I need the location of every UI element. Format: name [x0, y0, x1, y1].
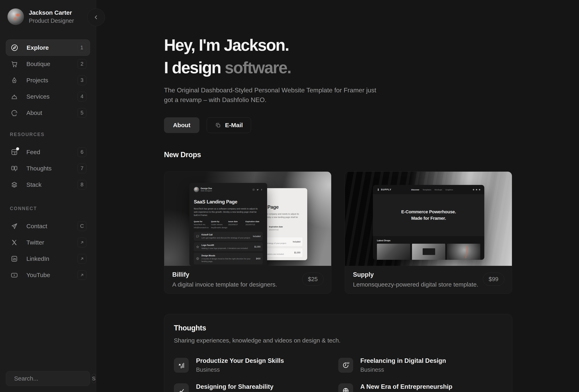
- hero-title-accent: software.: [225, 58, 291, 77]
- about-button[interactable]: About: [164, 117, 200, 133]
- sidebar: Jackson Carter Product Designer Explore …: [0, 0, 96, 392]
- product-description: Lemonsqueezy-powered digital store templ…: [353, 281, 504, 288]
- linkedin-icon: [10, 255, 18, 263]
- avatar: [7, 8, 24, 25]
- x-icon: [10, 238, 18, 246]
- connect-section-label: CONNECT: [10, 206, 37, 211]
- shortcut-badge: 5: [77, 108, 86, 118]
- sidebar-item-thoughts[interactable]: Thoughts 7: [6, 160, 90, 176]
- billify-preview-image: George Doe Web Designer SaaS Landing Pag…: [164, 172, 331, 266]
- thought-title: Productize Your Design Skills: [196, 357, 284, 364]
- twitter-icon: [256, 189, 259, 191]
- sidebar-item-contact[interactable]: Contact C: [6, 218, 90, 234]
- thoughts-list: Productize Your Design Skills Business 1…: [174, 357, 503, 392]
- external-link-badge: [77, 254, 86, 264]
- shortcut-badge: 4: [77, 92, 86, 101]
- search-input[interactable]: [14, 375, 92, 382]
- star-icon: [196, 245, 199, 249]
- sidebar-item-label: About: [26, 110, 77, 116]
- supply-thumbnails: [373, 244, 484, 260]
- profile-role: Product Designer: [29, 17, 74, 24]
- thought-item[interactable]: Productize Your Design Skills Business: [174, 357, 338, 373]
- cart-icon: [10, 60, 18, 68]
- sidebar-item-youtube[interactable]: YouTube: [6, 267, 90, 283]
- supply-hero: E-Commerce Powerhouse. Made for Framer.: [373, 194, 484, 236]
- svg-text:12: 12: [347, 362, 349, 364]
- search-shortcut-badge: S: [92, 374, 96, 383]
- thought-item[interactable]: 12 Freelancing in Digital Design Busines…: [338, 357, 503, 373]
- sidebar-item-about[interactable]: About 5: [6, 105, 90, 121]
- billify-invoice-dark-mockup: George Doe Web Designer SaaS Landing Pag…: [189, 183, 267, 266]
- thought-category: Business: [196, 366, 284, 373]
- compass-icon: [10, 44, 18, 52]
- youtube-icon: [10, 271, 18, 279]
- profile-name: Jackson Carter: [29, 9, 74, 16]
- thumbnail-laptop: [412, 244, 445, 260]
- product-card-billify[interactable]: George Doe Web Designer SaaS Landing Pag…: [164, 171, 331, 294]
- sidebar-item-feed[interactable]: Feed 6: [6, 144, 90, 160]
- face-icon: [10, 109, 18, 117]
- new-drops-cards: George Doe Web Designer SaaS Landing Pag…: [164, 171, 512, 294]
- external-link-badge: [77, 238, 86, 247]
- palette-icon: [196, 257, 199, 260]
- shortcut-badge: C: [77, 221, 86, 231]
- sidebar-item-twitter[interactable]: Twitter: [6, 234, 90, 251]
- email-button-label: E-Mail: [225, 122, 243, 129]
- search-bar[interactable]: S: [6, 371, 90, 386]
- sidebar-collapse-button[interactable]: [87, 8, 105, 26]
- thumbnail-keyboard: [377, 244, 410, 260]
- thoughts-panel: Thoughts Sharing experiences, knowledge …: [164, 314, 512, 392]
- invoice-description: NovoTech has grown as a software company…: [194, 207, 258, 217]
- product-card-supply[interactable]: SUPPLY Discover Templates Mockups Graphi…: [345, 171, 512, 294]
- supply-preview-image: SUPPLY Discover Templates Mockups Graphi…: [345, 172, 512, 266]
- thought-title: A New Era of Entrepreneurship: [361, 383, 452, 391]
- share-graph-icon: [174, 383, 189, 392]
- sidebar-item-stack[interactable]: Stack 8: [6, 176, 90, 193]
- shortcut-badge: 8: [77, 180, 86, 190]
- sidebar-item-boutique[interactable]: Boutique 2: [6, 56, 90, 72]
- globe-icon: [338, 383, 353, 392]
- shortcut-badge: 3: [77, 75, 86, 85]
- sidebar-item-label: Thoughts: [26, 165, 77, 172]
- arrow-up-right-icon: [80, 240, 84, 245]
- invoice-author-role: Web Designer: [201, 190, 252, 192]
- sidebar-item-linkedin[interactable]: LinkedIn: [6, 251, 90, 267]
- thumbnail-portrait: [447, 244, 480, 260]
- pen-nib-icon: [10, 76, 18, 84]
- facebook-icon: [261, 189, 263, 191]
- supply-logo-icon: [377, 188, 379, 191]
- sidebar-item-label: Projects: [26, 77, 77, 84]
- email-button[interactable]: E-Mail: [207, 117, 251, 133]
- sidebar-item-label: Boutique: [26, 60, 77, 67]
- hero-subtitle: The Original Dashboard-Styled Personal W…: [164, 85, 377, 105]
- shortcut-badge: 6: [77, 147, 86, 157]
- chart-growth-icon: [174, 358, 189, 373]
- sidebar-item-explore[interactable]: Explore 1: [6, 39, 90, 56]
- sidebar-item-label: Services: [26, 93, 77, 100]
- resources-nav: Feed 6 Thoughts 7 Stack 8: [6, 144, 90, 193]
- instagram-icon: [252, 189, 255, 191]
- sidebar-item-projects[interactable]: Projects 3: [6, 72, 90, 88]
- product-name: Supply: [353, 271, 504, 278]
- grid-icon: [10, 148, 18, 156]
- arrow-up-right-icon: [80, 257, 84, 261]
- hero-title-line1: Hey, I'm Jackson.: [164, 36, 289, 54]
- invoice-title: SaaS Landing Page: [194, 199, 263, 205]
- new-drops-heading: New Drops: [164, 151, 201, 159]
- thoughts-heading: Thoughts: [174, 324, 503, 332]
- clock-12-icon: 12: [338, 358, 353, 373]
- product-name: Billify: [172, 271, 323, 278]
- thoughts-subtitle: Sharing experiences, knowledge and video…: [174, 337, 503, 344]
- profile[interactable]: Jackson Carter Product Designer: [7, 8, 74, 25]
- sidebar-item-label: Explore: [27, 44, 77, 51]
- thought-item[interactable]: Designing for Shareability: [174, 383, 338, 392]
- hero-buttons: About E-Mail: [164, 117, 251, 133]
- bell-icon: [10, 93, 18, 101]
- sidebar-nav: Explore 1 Boutique 2 Projects 3 Services…: [6, 39, 90, 121]
- thought-category: Business: [361, 366, 446, 373]
- sidebar-item-services[interactable]: Services 4: [6, 88, 90, 105]
- sidebar-item-label: Contact: [26, 223, 77, 230]
- supply-social-icons: [473, 189, 480, 190]
- thought-item[interactable]: A New Era of Entrepreneurship: [338, 383, 503, 392]
- connect-nav: Contact C Twitter LinkedIn YouT: [6, 218, 90, 283]
